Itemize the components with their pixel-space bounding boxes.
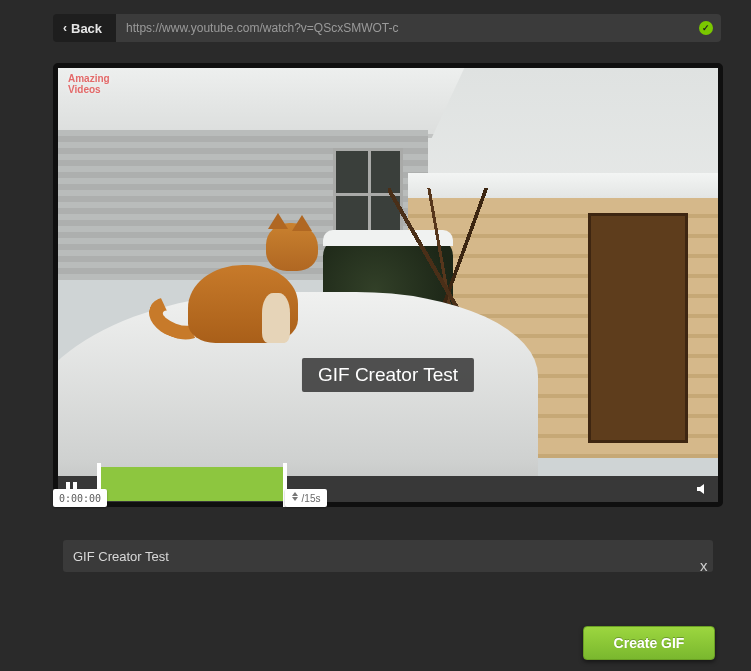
back-button[interactable]: ‹ Back	[53, 14, 116, 42]
scene-roof	[58, 68, 464, 138]
close-button[interactable]: x	[700, 557, 708, 574]
video-watermark: Amazing Videos	[68, 74, 110, 95]
duration-label: /15s	[302, 493, 321, 504]
chevron-up-icon[interactable]	[292, 492, 298, 496]
trim-range[interactable]	[101, 467, 283, 501]
back-label: Back	[71, 21, 102, 36]
url-input[interactable]: https://www.youtube.com/watch?v=QScxSMWO…	[116, 14, 721, 42]
check-icon: ✓	[699, 21, 713, 35]
create-gif-button[interactable]: Create GIF	[583, 626, 715, 660]
video-preview[interactable]: Amazing Videos GIF Creator Test	[58, 68, 718, 502]
top-bar: ‹ Back https://www.youtube.com/watch?v=Q…	[53, 14, 721, 42]
timeline-scrubber[interactable]: 0:00:00 /15s	[53, 463, 323, 507]
volume-icon[interactable]	[696, 482, 710, 496]
chevron-down-icon[interactable]	[292, 497, 298, 501]
overlay-caption: GIF Creator Test	[302, 358, 474, 392]
video-frame: Amazing Videos GIF Creator Test	[53, 63, 723, 507]
scene-cat	[178, 213, 318, 343]
duration-stepper[interactable]	[292, 492, 300, 504]
chevron-left-icon: ‹	[63, 21, 67, 35]
scene-garage-door	[588, 213, 688, 443]
caption-input[interactable]	[63, 540, 713, 572]
url-text: https://www.youtube.com/watch?v=QScxSMWO…	[126, 21, 398, 35]
start-time-box[interactable]: 0:00:00	[53, 489, 107, 507]
duration-box[interactable]: /15s	[285, 489, 327, 507]
